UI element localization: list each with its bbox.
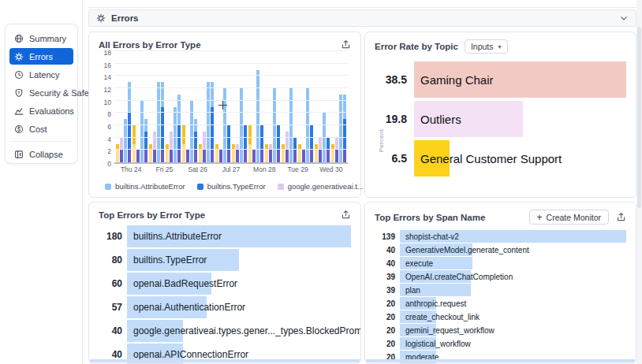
top-row-bar[interactable]: GenerativeModel.generate_content xyxy=(400,243,472,256)
bar-segment xyxy=(227,150,230,162)
create-monitor-button[interactable]: + Create Monitor xyxy=(529,210,609,225)
bar-segment xyxy=(215,150,218,162)
error-rate-bar[interactable]: Outliers xyxy=(414,101,523,137)
bar-segment xyxy=(157,82,160,162)
top-row: 60openai.BadRequestError xyxy=(99,273,351,295)
top-row-bar[interactable]: OpenAI.createChatCompletion xyxy=(400,270,471,283)
top-row-bar[interactable]: builtins.TypeError xyxy=(127,249,239,271)
top-row-bar[interactable]: logistical_workflow xyxy=(400,337,436,350)
gridline xyxy=(114,149,348,150)
bar-segment xyxy=(166,150,169,162)
content-left-divider xyxy=(82,0,83,364)
bar-segment xyxy=(144,150,147,162)
error-rate-panel: Error Rate by Topic Inputs ▾ Percent 38.… xyxy=(364,32,636,198)
stacked-bar xyxy=(161,82,164,162)
bar-segment xyxy=(136,150,140,162)
bar-segment xyxy=(286,132,289,150)
stacked-bar xyxy=(293,138,297,162)
error-rate-label: Outliers xyxy=(420,113,461,126)
top-row-bar[interactable]: create_checkout_link xyxy=(400,310,436,323)
legend-swatch xyxy=(278,184,284,190)
export-icon[interactable] xyxy=(341,39,351,50)
bar-segment xyxy=(293,150,297,162)
top-row-value: 20 xyxy=(375,299,395,308)
stacked-bar xyxy=(236,144,239,162)
stacked-bar xyxy=(298,144,301,162)
bar-group xyxy=(166,95,181,162)
top-row-bar[interactable]: shopist-chat-v2 xyxy=(400,230,626,243)
export-icon[interactable] xyxy=(616,212,626,222)
bar-group xyxy=(331,95,346,162)
scrollbar[interactable] xyxy=(636,0,642,364)
top-spans-title: Top Errors by Span Name xyxy=(375,213,485,222)
sidebar-item-latency[interactable]: Latency xyxy=(9,66,73,83)
legend-label: google.generativeai.t... xyxy=(288,182,364,191)
inputs-select[interactable]: Inputs ▾ xyxy=(465,39,508,54)
bar-segment xyxy=(343,95,346,119)
top-row-value: 57 xyxy=(99,302,122,313)
bar-segment xyxy=(161,82,164,106)
bar-segment xyxy=(269,150,272,162)
top-row: 80builtins.TypeError xyxy=(99,249,351,271)
top-row-bar[interactable]: execute xyxy=(400,257,472,269)
stacked-bar xyxy=(128,82,131,162)
error-rate-rows: Percent 38.5Gaming Chair19.8Outliers6.5G… xyxy=(375,61,626,176)
select-caret-icon: ▾ xyxy=(498,43,501,50)
all-errors-chart: 024681012141618 xyxy=(99,53,351,164)
bar-segment xyxy=(203,132,206,150)
scrollbar-thumb[interactable] xyxy=(637,27,641,208)
bar-segment xyxy=(244,125,247,150)
bar-segment xyxy=(133,125,136,144)
export-icon[interactable] xyxy=(341,210,351,220)
top-row: 40GenerativeModel.generate_content xyxy=(375,243,626,256)
top-row-value: 80 xyxy=(99,254,122,266)
sidebar-item-errors[interactable]: Errors xyxy=(9,48,73,65)
top-row-value: 39 xyxy=(375,286,395,295)
top-row-label: google.generativeai.types.gener..._types… xyxy=(133,325,361,336)
y-tick-label: 18 xyxy=(104,49,111,57)
bar-segment xyxy=(182,144,185,163)
top-row-bar[interactable]: builtins.AttributeError xyxy=(127,225,351,247)
top-row-bar[interactable]: plan xyxy=(400,284,471,296)
bar-segment xyxy=(265,150,268,162)
bar-segment xyxy=(161,107,164,150)
sidebar-item-summary[interactable]: Summary xyxy=(9,30,73,46)
x-tick-label: Wed 30 xyxy=(315,165,348,173)
sidebar-item-evaluations[interactable]: Evaluations xyxy=(9,102,73,119)
legend-label: builtins.TypeError xyxy=(207,182,266,191)
x-tick-label: Mon 28 xyxy=(248,165,281,173)
bar-segment xyxy=(120,138,123,150)
bug-icon xyxy=(96,13,106,23)
top-row-bar[interactable]: openai.AuthenticationError xyxy=(127,296,207,318)
x-tick-label: Tue 29 xyxy=(281,165,314,173)
gridline xyxy=(114,100,348,101)
y-tick-label: 14 xyxy=(104,73,111,81)
bar-segment xyxy=(153,132,156,150)
sidebar-item-security-safety[interactable]: Security & Safety xyxy=(9,84,73,101)
y-tick-label: 4 xyxy=(107,136,111,143)
errors-section-header[interactable]: Errors xyxy=(88,9,636,27)
top-row-bar[interactable]: google.generativeai.types.gener..._types… xyxy=(127,320,183,342)
legend-swatch xyxy=(197,184,203,190)
sidebar-item-cost[interactable]: Cost xyxy=(9,121,73,137)
stacked-bar xyxy=(136,150,140,162)
top-row-bar[interactable]: anthropic.request xyxy=(400,297,436,310)
top-row: 57openai.AuthenticationError xyxy=(99,296,351,318)
top-row-bar[interactable]: gemini_request_workflow xyxy=(400,324,436,336)
error-rate-bar[interactable]: Gaming Chair xyxy=(414,61,626,98)
top-row: 20gemini_request_workflow xyxy=(375,324,626,336)
sidebar-item-label: Evaluations xyxy=(29,106,74,116)
y-tick-label: 12 xyxy=(104,86,111,94)
chevron-down-icon[interactable] xyxy=(619,13,629,23)
bar-segment xyxy=(124,119,127,162)
bar-segment xyxy=(174,107,177,163)
globe-icon xyxy=(14,34,24,43)
stacked-bar xyxy=(327,138,330,162)
top-row: 39OpenAI.createChatCompletion xyxy=(375,270,626,283)
sidebar-item-collapse[interactable]: Collapse xyxy=(9,146,73,162)
clipped-row-strip xyxy=(366,359,635,362)
bar-segment xyxy=(277,125,280,150)
top-row-bar[interactable]: openai.BadRequestError xyxy=(127,273,211,295)
top-divider-line xyxy=(88,7,636,8)
error-rate-bar[interactable]: General Customer Support xyxy=(414,140,450,176)
